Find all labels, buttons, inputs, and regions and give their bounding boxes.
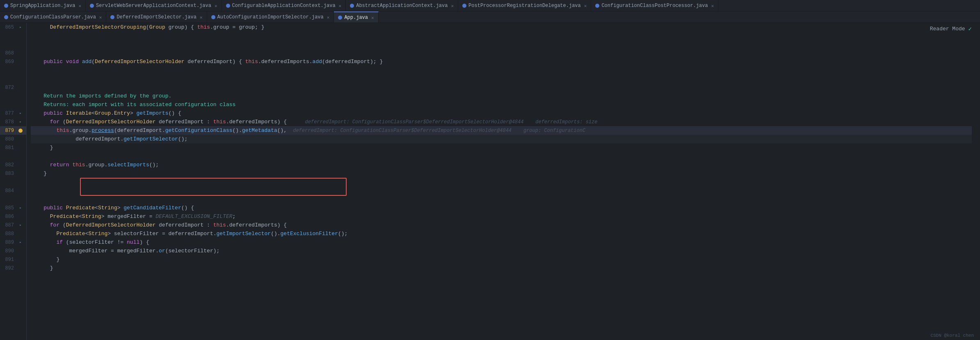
- tab-label: App.java: [344, 15, 368, 20]
- scrollbar-area[interactable]: [972, 23, 980, 340]
- tab-close-icon[interactable]: ✕: [215, 3, 217, 9]
- tab-app-java[interactable]: App.java ✕: [334, 11, 378, 23]
- line-num-878: 878: [0, 119, 17, 125]
- gutter-row-886: 886: [0, 212, 26, 221]
- code-line-885: public Predicate<String> getCandidateFil…: [31, 204, 972, 212]
- gutter-row-865: 865 ▸: [0, 23, 26, 32]
- code-line-871: [31, 75, 972, 83]
- code-line-882: return this.group.selectImports();: [31, 161, 972, 169]
- line-num-891: 891: [0, 257, 17, 263]
- line-num-869: 869: [0, 59, 17, 65]
- code-line-879: this.group.process(deferredImport.getCon…: [31, 126, 972, 135]
- gutter-row-878: 878 ▸: [0, 118, 26, 126]
- tab-icon: [462, 4, 466, 8]
- gutter-row-em3: 884: [0, 186, 26, 195]
- code-line-866: [31, 32, 972, 40]
- gutter-row-879: 879: [0, 126, 26, 135]
- line-num-886: 886: [0, 214, 17, 220]
- gutter-row-889: 889 ▸: [0, 238, 26, 247]
- tab-spring-application[interactable]: SpringApplication.java ✕: [0, 0, 86, 11]
- reader-mode-label[interactable]: Reader Mode: [930, 26, 965, 32]
- code-line-884: [31, 186, 972, 195]
- line-num-889: 889: [0, 240, 17, 245]
- gutter-row-867: [0, 40, 26, 49]
- tab-deferred-import-selector[interactable]: DeferredImportSelector.java ✕: [106, 11, 207, 23]
- line-num-879: 879: [0, 128, 17, 134]
- line-num-872: 872: [0, 85, 17, 91]
- code-line-872: [31, 83, 972, 92]
- tab-abstract-context[interactable]: AbstractApplicationContext.java ✕: [346, 0, 458, 11]
- tab-close-icon[interactable]: ✕: [711, 3, 714, 9]
- tab-label: DeferredImportSelector.java: [117, 14, 196, 20]
- tab-label: ServletWebServerApplicationContext.java: [96, 3, 211, 9]
- line-num-892: 892: [0, 265, 17, 271]
- tab-label: AbstractApplicationContext.java: [356, 3, 448, 9]
- code-line-comment1: Return the imports defined by the group.: [31, 92, 972, 100]
- line-num-888: 888: [0, 231, 17, 237]
- reader-mode-check-icon: ✓: [969, 25, 972, 32]
- code-line-870: [31, 66, 972, 75]
- debug-value-878: deferredImport: ConfigurationClassParser…: [299, 119, 597, 125]
- code-line-865: DeferredImportSelectorGrouping(Group gro…: [31, 23, 972, 32]
- code-line-comment2: Returns: each import with its associated…: [31, 100, 972, 109]
- tab-icon: [226, 4, 230, 8]
- code-line-892: }: [31, 264, 972, 272]
- gutter-row-em4: [0, 195, 26, 204]
- code-line-em1: [31, 152, 972, 161]
- gutter-row-871: [0, 75, 26, 83]
- debug-arrow-icon: [17, 129, 24, 133]
- tab-auto-config-import-selector[interactable]: AutoConfigurationImportSelector.java ✕: [207, 11, 334, 23]
- line-num-865: 865: [0, 25, 17, 30]
- code-line-891: }: [31, 255, 972, 264]
- line-num-883: 883: [0, 171, 17, 177]
- tab-close-icon[interactable]: ✕: [99, 15, 102, 20]
- tab-label: ConfigurationClassPostProcessor.java: [601, 3, 708, 9]
- tab-close-icon[interactable]: ✕: [78, 3, 81, 9]
- tab-icon: [211, 15, 215, 19]
- editor-body: 865 ▸ 868 869: [0, 23, 980, 340]
- line-num-877: 877: [0, 111, 17, 116]
- gutter-row-em1: [0, 152, 26, 161]
- tab-label: ConfigurableApplicationContext.java: [232, 3, 336, 9]
- tab-close-icon[interactable]: ✕: [327, 15, 330, 20]
- tab-icon: [350, 4, 354, 8]
- tab-config-class-post-processor[interactable]: ConfigurationClassPostProcessor.java ✕: [591, 0, 718, 11]
- code-line-867: [31, 40, 972, 49]
- editor-container: SpringApplication.java ✕ ServletWebServe…: [0, 0, 980, 340]
- code-line-890: mergedFilter = mergedFilter.or(selectorF…: [31, 247, 972, 255]
- code-line-887: for (DeferredImportSelectorHolder deferr…: [31, 221, 972, 229]
- tab-configurable-context[interactable]: ConfigurableApplicationContext.java ✕: [222, 0, 346, 11]
- code-line-889: if (selectorFilter != null) {: [31, 238, 972, 247]
- code-line-em3: [31, 195, 972, 204]
- tab-close-icon[interactable]: ✕: [200, 15, 203, 20]
- line-num-887: 887: [0, 222, 17, 228]
- code-line-880: deferredImport.getImportSelector();: [31, 135, 972, 143]
- gutter-row-869: 869: [0, 57, 26, 66]
- tab-close-icon[interactable]: ✕: [371, 15, 374, 20]
- tab-icon: [90, 4, 94, 8]
- tab-close-icon[interactable]: ✕: [584, 3, 587, 9]
- line-num-885: 885: [0, 205, 17, 211]
- tab-servlet-web-server[interactable]: ServletWebServerApplicationContext.java …: [86, 0, 222, 11]
- tab-post-processor[interactable]: PostProcessorRegistrationDelegate.java ✕: [458, 0, 591, 11]
- tab-icon: [4, 15, 8, 19]
- tab-close-icon[interactable]: ✕: [339, 3, 342, 9]
- code-line-881: }: [31, 143, 972, 152]
- code-line-869: public void add(DeferredImportSelectorHo…: [31, 57, 972, 66]
- gutter-row-881: 881: [0, 143, 26, 152]
- line-num-881: 881: [0, 145, 17, 151]
- line-num-880: 880: [0, 136, 17, 142]
- tab-config-class-parser[interactable]: ConfigurationClassParser.java ✕: [0, 11, 106, 23]
- code-content[interactable]: DeferredImportSelectorGrouping(Group gro…: [27, 23, 972, 340]
- fold-icon-865[interactable]: ▸: [17, 25, 24, 29]
- code-line-877: public Iterable<Group.Entry> getImports(…: [31, 109, 972, 118]
- gutter-row-888: 888: [0, 229, 26, 238]
- gutter-row-885: 885 ▸: [0, 204, 26, 212]
- code-line-878: for (DeferredImportSelectorHolder deferr…: [31, 118, 972, 126]
- gutter-row-883: 883: [0, 169, 26, 178]
- tab-bar-row2: ConfigurationClassParser.java ✕ Deferred…: [0, 11, 980, 23]
- tab-close-icon[interactable]: ✕: [451, 3, 454, 9]
- gutter-row-868: 868: [0, 49, 26, 57]
- gutter-row-892: 892: [0, 264, 26, 272]
- gutter-row-880: 880: [0, 135, 26, 143]
